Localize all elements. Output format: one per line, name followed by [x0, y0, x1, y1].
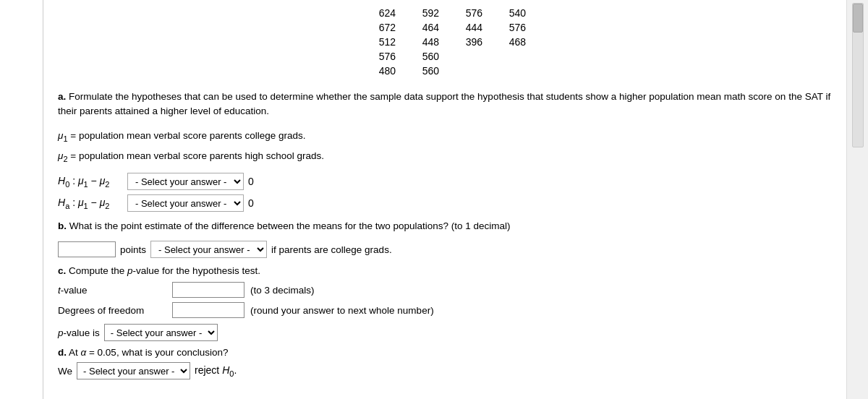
- cell-r2c1: 672: [358, 20, 401, 35]
- ha-label: Ha : μ1 − μ2: [58, 197, 123, 210]
- mu2-definition: μ2 = population mean verbal score parent…: [58, 148, 832, 166]
- pvalue-row: p-value is - Select your answer - less t…: [58, 324, 832, 341]
- cell-r4c1: 576: [358, 49, 401, 64]
- data-table: 624 592 576 540 672 464 444 576 512 448 …: [358, 6, 532, 78]
- cell-r3c2: 448: [401, 35, 445, 49]
- cell-r3c1: 512: [358, 35, 401, 49]
- h0-select[interactable]: - Select your answer - ≤ ≥ = < > ≠: [127, 173, 244, 190]
- conclusion-row: We - Select your answer - do not do reje…: [58, 362, 832, 379]
- cell-r1c1: 624: [358, 6, 401, 20]
- tvalue-input[interactable]: [172, 282, 244, 298]
- pvalue-select[interactable]: - Select your answer - less than .01 .01…: [104, 324, 218, 341]
- right-sidebar: [846, 0, 868, 399]
- part-d-text: d. At α = 0.05, what is your conclusion?: [58, 347, 832, 358]
- cell-r1c2: 592: [401, 6, 445, 20]
- part-a-text: a. Formulate the hypotheses that can be …: [58, 90, 832, 119]
- cell-r5c3: [445, 64, 488, 78]
- compute-grid: t-value (to 3 decimals) Degrees of freed…: [58, 282, 832, 318]
- part-a-label: a.: [58, 91, 66, 102]
- mu1-definition: μ1 = population mean verbal score parent…: [58, 128, 832, 145]
- ha-select[interactable]: - Select your answer - ≤ ≥ = < > ≠: [127, 194, 244, 212]
- cell-r1c4: 540: [488, 6, 532, 20]
- tvalue-hint: (to 3 decimals): [250, 285, 315, 296]
- cell-r5c1: 480: [358, 64, 401, 78]
- cell-r5c4: [488, 64, 532, 78]
- tvalue-label: t-value: [58, 285, 166, 296]
- cell-r3c3: 396: [445, 35, 488, 49]
- data-table-area: 624 592 576 540 672 464 444 576 512 448 …: [58, 6, 832, 78]
- df-input[interactable]: [172, 302, 244, 318]
- part-c-text: c. Compute the p-value for the hypothesi…: [58, 265, 832, 276]
- cell-r2c2: 464: [401, 20, 445, 35]
- points-row: points - Select your answer - higher low…: [58, 241, 832, 258]
- df-hint: (round your answer to next whole number): [250, 305, 434, 316]
- h0-zero: 0: [248, 176, 254, 187]
- part-b-text: b. What is the point estimate of the dif…: [58, 219, 832, 233]
- cell-r4c4: [488, 49, 532, 64]
- left-border: [0, 0, 43, 399]
- scroll-track[interactable]: [852, 3, 864, 147]
- h0-row: H0 : μ1 − μ2 - Select your answer - ≤ ≥ …: [58, 173, 832, 190]
- part-b-label: b.: [58, 220, 67, 231]
- part-d-label: d.: [58, 347, 67, 358]
- ha-zero: 0: [248, 197, 254, 209]
- higher-lower-select[interactable]: - Select your answer - higher lower: [150, 241, 267, 258]
- df-row: Degrees of freedom (round your answer to…: [58, 302, 832, 318]
- h0-label: H0 : μ1 − μ2: [58, 175, 123, 189]
- part-c-label: c.: [58, 265, 66, 276]
- cell-r4c2: 560: [401, 49, 445, 64]
- points-label: points: [120, 244, 146, 255]
- conclusion-select[interactable]: - Select your answer - do not do: [77, 362, 190, 379]
- cell-r2c4: 576: [488, 20, 532, 35]
- we-label: We: [58, 366, 72, 377]
- if-parents-text: if parents are college grads.: [271, 244, 392, 255]
- pvalue-label: p-value is: [58, 327, 100, 338]
- scroll-thumb[interactable]: [853, 4, 863, 33]
- main-content: 624 592 576 540 672 464 444 576 512 448 …: [43, 0, 846, 399]
- cell-r1c3: 576: [445, 6, 488, 20]
- cell-r5c2: 560: [401, 64, 445, 78]
- cell-r3c4: 468: [488, 35, 532, 49]
- ha-row: Ha : μ1 − μ2 - Select your answer - ≤ ≥ …: [58, 194, 832, 212]
- reject-label: reject H0.: [195, 364, 237, 378]
- cell-r2c3: 444: [445, 20, 488, 35]
- df-label: Degrees of freedom: [58, 305, 166, 316]
- points-input[interactable]: [58, 241, 116, 257]
- tvalue-row: t-value (to 3 decimals): [58, 282, 832, 298]
- cell-r4c3: [445, 49, 488, 64]
